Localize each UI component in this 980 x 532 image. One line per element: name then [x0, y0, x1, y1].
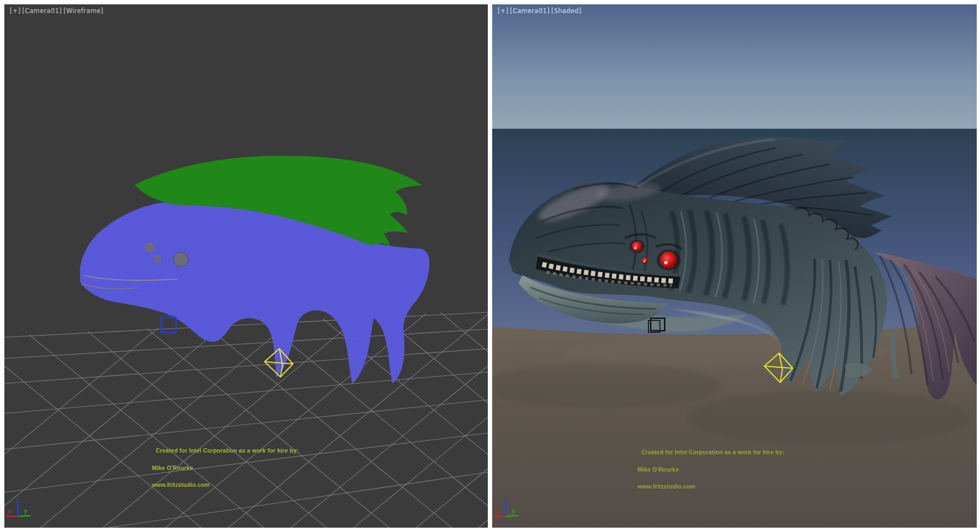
- viewport-menu-shading[interactable]: [Wireframe]: [64, 7, 103, 15]
- y-axis-line: [18, 516, 30, 516]
- eye-highlight: [664, 261, 667, 264]
- y-axis-label: y: [24, 508, 28, 514]
- credit-line: www.fritzstudio.com: [152, 482, 298, 488]
- y-axis-label: y: [512, 508, 516, 514]
- viewport-menu-general[interactable]: [+]: [498, 7, 509, 15]
- z-axis-label: z: [504, 497, 507, 503]
- eye-highlight: [634, 247, 636, 249]
- red-eye-small: [642, 258, 648, 264]
- viewport-menu-shading[interactable]: [Shaded]: [552, 7, 581, 15]
- ground-shadow-patch: [688, 391, 971, 445]
- credit-line: Mike O'Rourke: [152, 465, 298, 471]
- credit-text-shaded: Created for Intel Corporation as a work …: [638, 438, 784, 501]
- viewport-wireframe[interactable]: [+] [Camera01] [Wireframe] Created for I…: [4, 4, 488, 528]
- world-axis-gizmo: x y z: [4, 497, 42, 524]
- red-eye-large: [660, 252, 677, 269]
- viewport-label-right: [+] [Camera01] [Shaded]: [498, 7, 581, 15]
- sky-gradient: [492, 4, 977, 129]
- z-axis-label: z: [16, 497, 19, 503]
- credit-text-wireframe: Created for Intel Corporation as a work …: [152, 436, 298, 499]
- viewport-menu-pov[interactable]: [Camera01]: [510, 7, 550, 15]
- viewport-label-left: [+] [Camera01] [Wireframe]: [10, 7, 103, 15]
- y-axis-line: [506, 516, 518, 516]
- eye-spot-small: [145, 243, 155, 253]
- ground-shadow-patch: [492, 363, 721, 407]
- eye-spot-large: [174, 252, 188, 267]
- x-axis-label: x: [8, 508, 11, 515]
- eye-highlight: [644, 261, 645, 262]
- credit-line: Created for Intel Corporation as a work …: [638, 449, 784, 455]
- viewport-menu-general[interactable]: [+]: [10, 7, 21, 15]
- credit-line: Mike O'Rourke: [638, 467, 784, 473]
- viewport-shaded[interactable]: [+] [Camera01] [Shaded] Created for Inte…: [492, 4, 977, 528]
- world-axis-gizmo: x y z: [492, 497, 530, 524]
- red-eye-medium: [632, 242, 642, 252]
- credit-line: www.fritzstudio.com: [638, 484, 784, 490]
- credit-line: Created for Intel Corporation as a work …: [152, 448, 298, 454]
- viewport-menu-pov[interactable]: [Camera01]: [22, 7, 62, 15]
- eye-spot-tiny: [154, 255, 161, 263]
- x-axis-label: x: [495, 508, 499, 515]
